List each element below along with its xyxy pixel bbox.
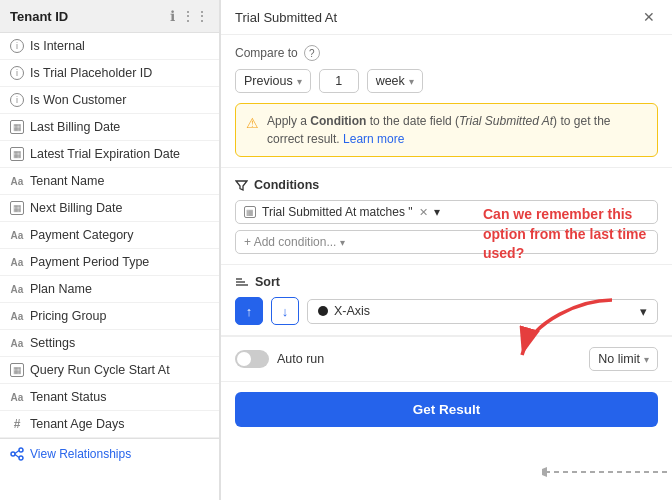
sidebar-item-label: Is Trial Placeholder ID <box>30 66 152 80</box>
sidebar-item-query-run-cycle[interactable]: ▦ Query Run Cycle Start At <box>0 357 219 384</box>
chevron-down-icon: ▾ <box>640 304 647 319</box>
conditions-section: Conditions ▦ Trial Submitted At matches … <box>221 168 672 265</box>
sidebar-header-icons: ℹ ⋮⋮ <box>170 8 209 24</box>
svg-point-1 <box>19 448 23 452</box>
sidebar-item-label: Tenant Name <box>30 174 104 188</box>
view-relationships-label: View Relationships <box>30 447 131 461</box>
sidebar-footer[interactable]: View Relationships <box>0 438 219 469</box>
more-icon[interactable]: ⋮⋮ <box>181 8 209 24</box>
svg-line-3 <box>15 451 19 454</box>
calendar-icon: ▦ <box>10 363 24 377</box>
sidebar-item-settings[interactable]: Aa Settings <box>0 330 219 357</box>
auto-run-toggle[interactable] <box>235 350 269 368</box>
info-icon[interactable]: ℹ <box>170 8 175 24</box>
sidebar-item-is-won-customer[interactable]: i Is Won Customer <box>0 87 219 114</box>
sidebar-item-latest-trial-expiration[interactable]: ▦ Latest Trial Expiration Date <box>0 141 219 168</box>
sidebar-item-plan-name[interactable]: Aa Plan Name <box>0 276 219 303</box>
text-icon: Aa <box>10 392 24 403</box>
compare-help-icon[interactable]: ? <box>304 45 320 61</box>
compare-number-input[interactable] <box>319 69 359 93</box>
conditions-title: Conditions <box>235 178 658 192</box>
calendar-icon: ▦ <box>10 120 24 134</box>
calendar-icon: ▦ <box>10 147 24 161</box>
sidebar: Tenant ID ℹ ⋮⋮ i Is Internal i Is Trial … <box>0 0 220 500</box>
dot-icon <box>318 306 328 316</box>
sidebar-item-last-billing-date[interactable]: ▦ Last Billing Date <box>0 114 219 141</box>
sidebar-item-payment-period-type[interactable]: Aa Payment Period Type <box>0 249 219 276</box>
chevron-down-icon: ▾ <box>434 205 440 219</box>
sidebar-item-label: Pricing Group <box>30 309 106 323</box>
svg-line-4 <box>15 455 19 458</box>
compare-option-value: Previous <box>244 74 293 88</box>
sidebar-item-is-trial-placeholder[interactable]: i Is Trial Placeholder ID <box>0 60 219 87</box>
sort-section: Sort ↑ ↓ X-Axis ▾ <box>221 265 672 336</box>
text-icon: Aa <box>10 311 24 322</box>
chevron-down-icon: ▾ <box>409 76 414 87</box>
sort-icon <box>235 275 249 289</box>
sidebar-item-label: Settings <box>30 336 75 350</box>
svg-point-0 <box>11 452 15 456</box>
close-button[interactable]: ✕ <box>640 8 658 26</box>
sidebar-title: Tenant ID <box>10 9 68 24</box>
warning-text: Apply a Condition to the date field (Tri… <box>267 112 647 148</box>
add-condition-button[interactable]: + Add condition... ▾ <box>235 230 658 254</box>
compare-unit-value: week <box>376 74 405 88</box>
no-limit-button[interactable]: No limit ▾ <box>589 347 658 371</box>
compare-label: Compare to ? <box>235 45 658 61</box>
sidebar-item-label: Latest Trial Expiration Date <box>30 147 180 161</box>
top-bar: Trial Submitted At ✕ <box>221 0 672 35</box>
sort-axis-label: X-Axis <box>334 304 370 318</box>
no-limit-label: No limit <box>598 352 640 366</box>
sidebar-item-pricing-group[interactable]: Aa Pricing Group <box>0 303 219 330</box>
text-icon: Aa <box>10 230 24 241</box>
sort-axis-select[interactable]: X-Axis ▾ <box>307 299 658 324</box>
sidebar-item-tenant-status[interactable]: Aa Tenant Status <box>0 384 219 411</box>
sidebar-item-payment-category[interactable]: Aa Payment Category <box>0 222 219 249</box>
bottom-controls: Auto run No limit ▾ <box>221 336 672 382</box>
sort-descending-button[interactable]: ↓ <box>271 297 299 325</box>
sidebar-item-label: Tenant Age Days <box>30 417 125 431</box>
filter-icon <box>235 179 248 192</box>
chevron-down-icon: ▾ <box>297 76 302 87</box>
add-condition-label: + Add condition... <box>244 235 336 249</box>
hash-icon: # <box>10 417 24 431</box>
sidebar-item-tenant-age-days[interactable]: # Tenant Age Days <box>0 411 219 438</box>
learn-more-link[interactable]: Learn more <box>343 132 404 146</box>
circle-i-icon: i <box>10 66 24 80</box>
sort-row: ↑ ↓ X-Axis ▾ <box>235 297 658 325</box>
sidebar-item-label: Payment Category <box>30 228 134 242</box>
sidebar-item-tenant-name[interactable]: Aa Tenant Name <box>0 168 219 195</box>
condition-tag-text: Trial Submitted At matches " <box>262 205 413 219</box>
condition-tag[interactable]: ▦ Trial Submitted At matches " ✕ ▾ <box>235 200 658 224</box>
text-icon: Aa <box>10 284 24 295</box>
sidebar-item-label: Query Run Cycle Start At <box>30 363 170 377</box>
text-icon: Aa <box>10 176 24 187</box>
relationships-icon <box>10 447 24 461</box>
compare-option-select[interactable]: Previous ▾ <box>235 69 311 93</box>
sidebar-item-label: Is Internal <box>30 39 85 53</box>
sort-title: Sort <box>235 275 658 289</box>
chevron-down-icon: ▾ <box>644 354 649 365</box>
panel-wrapper: Trial Submitted At ✕ Compare to ? Previo… <box>220 0 672 500</box>
get-result-button[interactable]: Get Result <box>235 392 658 427</box>
sidebar-item-next-billing-date[interactable]: ▦ Next Billing Date <box>0 195 219 222</box>
sidebar-item-label: Last Billing Date <box>30 120 120 134</box>
svg-point-2 <box>19 456 23 460</box>
calendar-small-icon: ▦ <box>244 206 256 218</box>
sidebar-item-label: Plan Name <box>30 282 92 296</box>
compare-to-section: Compare to ? Previous ▾ week ▾ ⚠ Apply a… <box>221 35 672 168</box>
compare-unit-select[interactable]: week ▾ <box>367 69 423 93</box>
compare-row: Previous ▾ week ▾ <box>235 69 658 93</box>
circle-i-icon: i <box>10 93 24 107</box>
sidebar-item-label: Payment Period Type <box>30 255 149 269</box>
sidebar-item-is-internal[interactable]: i Is Internal <box>0 33 219 60</box>
right-panel: Trial Submitted At ✕ Compare to ? Previo… <box>220 0 672 500</box>
sort-ascending-button[interactable]: ↑ <box>235 297 263 325</box>
condition-remove-button[interactable]: ✕ <box>419 206 428 219</box>
auto-run-label: Auto run <box>277 352 324 366</box>
warning-icon: ⚠ <box>246 113 259 148</box>
sidebar-header: Tenant ID ℹ ⋮⋮ <box>0 0 219 33</box>
sidebar-item-label: Next Billing Date <box>30 201 122 215</box>
panel-title: Trial Submitted At <box>235 10 337 25</box>
sidebar-item-label: Tenant Status <box>30 390 106 404</box>
